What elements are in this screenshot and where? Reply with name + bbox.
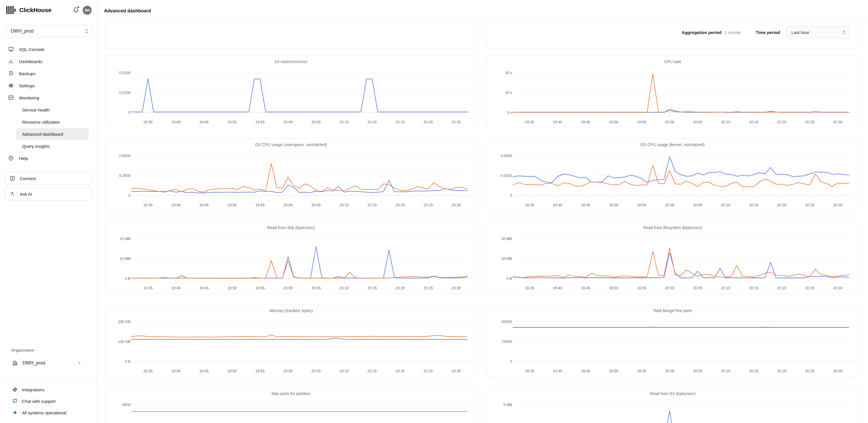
chart-canvas[interactable]: 5000025000019:3519:4019:4519:5019:5520:0… xyxy=(487,304,859,377)
sidebar-item-resource-utilization[interactable]: Resource utilization xyxy=(0,116,97,128)
sidebar-item-monitoring[interactable]: Monitoring xyxy=(0,92,97,104)
sparkles-icon xyxy=(9,191,15,197)
x-axis-tick-label: 19:40 xyxy=(553,286,562,290)
sidebar-item-sql-console[interactable]: SQL Console xyxy=(0,43,97,55)
notifications-bell-icon[interactable] xyxy=(72,7,79,14)
chart-canvas[interactable]: 20 s10 s0 s19:3519:4019:4519:5019:5520:0… xyxy=(487,55,859,128)
x-axis-tick-label: 19:35 xyxy=(525,120,534,124)
sidebar-link-integrations[interactable]: Integrations xyxy=(0,384,97,395)
x-axis-tick-label: 19:40 xyxy=(171,369,181,373)
building-icon xyxy=(12,360,18,366)
monitoring-icon xyxy=(8,95,14,101)
sidebar-links: IntegrationsChat with supportAll systems… xyxy=(0,384,97,418)
chart-canvas[interactable]: 0.05000.0250019:3519:4019:4519:5019:5520… xyxy=(487,138,859,211)
x-axis-tick-label: 20:20 xyxy=(395,203,405,207)
puzzle-icon xyxy=(12,387,18,392)
x-axis-tick-label: 20:00 xyxy=(283,286,293,290)
service-selector[interactable]: DWH_prod xyxy=(5,25,92,37)
chevrons-up-down-icon xyxy=(842,30,846,35)
sidebar-link-chat-with-support[interactable]: Chat with support xyxy=(0,395,97,407)
x-axis-tick-label: 20:00 xyxy=(665,203,674,207)
sidebar-item-help[interactable]: Help xyxy=(0,152,97,164)
x-axis-tick-label: 19:50 xyxy=(609,286,618,290)
chart-card-read-from-disk-bytes-sec: Read from disk (bytes/sec)20 MB10 MB0 B1… xyxy=(105,221,477,294)
series-blue xyxy=(513,157,849,183)
x-axis-tick-label: 20:20 xyxy=(777,286,786,290)
chart-canvas[interactable]: 0.02000.0100019:3519:4019:4519:5019:5520… xyxy=(105,55,477,128)
series-orange xyxy=(131,164,467,192)
x-axis-tick-label: 20:15 xyxy=(367,120,377,124)
x-axis-tick-label: 19:35 xyxy=(143,369,153,373)
y-axis-tick-label: 0 xyxy=(128,110,130,115)
chart-canvas[interactable]: 20 MB10 MB0 B19:3519:4019:4519:5019:5520… xyxy=(105,221,477,294)
x-axis-tick-label: 19:40 xyxy=(171,286,181,290)
x-axis-tick-label: 19:50 xyxy=(609,203,618,207)
button-label: Ask AI xyxy=(20,192,32,197)
sidebar: ClickHouse SH DWH_prod SQL ConsoleDashbo… xyxy=(0,0,97,423)
ask-ai-button[interactable]: Ask AI xyxy=(5,187,92,200)
sidebar-item-advanced-dashboard[interactable]: Advanced dashboard xyxy=(0,128,97,140)
x-axis-tick-label: 20:05 xyxy=(312,120,321,124)
connect-button[interactable]: Connect xyxy=(5,172,92,185)
button-label: Connect xyxy=(20,176,36,181)
sidebar-link-all-systems-operational[interactable]: All systems operational xyxy=(0,407,97,418)
chart-canvas[interactable]: 4000200019:3519:4019:4519:5019:5520:0020… xyxy=(105,387,477,423)
sidebar-item-settings[interactable]: Settings xyxy=(0,79,97,92)
y-axis-tick-label: 10 s xyxy=(505,91,512,95)
organization-section-label: Organization xyxy=(11,348,34,352)
x-axis-tick-label: 20:30 xyxy=(452,120,461,124)
dashboard-content: Aggregation period 1 minute Time period … xyxy=(97,23,868,423)
chart-card-os-cpu-usage-kernel-normalized: OS CPU usage (kernel, normalized)0.05000… xyxy=(487,138,859,211)
time-period-select[interactable]: Last hour xyxy=(786,26,850,38)
sidebar-item-dashboards[interactable]: Dashboards xyxy=(0,55,97,67)
x-axis-tick-label: 20:25 xyxy=(805,286,815,290)
x-axis-tick-label: 20:00 xyxy=(283,120,293,124)
chart-canvas[interactable]: 5 MB2.5 MB19:3519:4019:4519:5019:5520:00… xyxy=(487,387,859,423)
x-axis-tick-label: 19:45 xyxy=(199,286,209,290)
y-axis-tick-label: 0 xyxy=(510,193,512,198)
y-axis-tick-label: 20 s xyxy=(505,71,512,75)
cut-chart-card xyxy=(105,23,477,48)
x-axis-tick-label: 20:05 xyxy=(312,203,321,207)
avatar[interactable]: SH xyxy=(83,6,92,15)
x-axis-tick-label: 20:05 xyxy=(693,369,703,373)
x-axis-tick-label: 20:30 xyxy=(833,286,843,290)
sidebar-item-label: Help xyxy=(19,156,28,161)
sidebar-item-backups[interactable]: Backups xyxy=(0,67,97,79)
brand[interactable]: ClickHouse xyxy=(6,5,51,15)
time-period-label: Time period xyxy=(755,30,780,35)
x-axis-tick-label: 20:15 xyxy=(367,286,377,290)
chart-canvas[interactable]: 0.50000.2500019:3519:4019:4519:5019:5520… xyxy=(105,138,477,211)
y-axis-tick-label: 0 s xyxy=(507,110,513,115)
y-axis-tick-label: 0.0200 xyxy=(119,71,130,75)
sidebar-item-label: Dashboards xyxy=(19,59,42,64)
series-orange xyxy=(131,335,467,337)
x-axis-tick-label: 19:45 xyxy=(199,369,209,373)
x-axis-tick-label: 19:40 xyxy=(553,203,562,207)
x-axis-tick-label: 20:00 xyxy=(283,203,293,207)
y-axis-tick-label: 0.2500 xyxy=(119,173,130,178)
x-axis-tick-label: 20:30 xyxy=(833,369,843,373)
settings-icon xyxy=(8,83,14,89)
chart-card-cpu-wait: CPU wait20 s10 s0 s19:3519:4019:4519:501… xyxy=(487,55,859,128)
organization-switcher[interactable]: DWH_prod xyxy=(5,357,92,369)
dashboard-toolbar: Aggregation period 1 minute Time period … xyxy=(682,26,850,38)
chart-canvas[interactable]: 20 MB10 MB0 B19:3519:4019:4519:5019:5520… xyxy=(487,221,859,294)
sidebar-item-label: Advanced dashboard xyxy=(22,132,63,137)
x-axis-tick-label: 19:45 xyxy=(581,120,590,124)
x-axis-tick-label: 20:30 xyxy=(833,120,843,124)
sidebar-nav: SQL ConsoleDashboardsBackupsSettingsMoni… xyxy=(0,43,97,164)
x-axis-tick-label: 19:50 xyxy=(609,369,618,373)
chart-canvas[interactable]: 200 GB100 GB0 B19:3519:4019:4519:5019:55… xyxy=(105,304,477,377)
x-axis-tick-label: 19:40 xyxy=(171,203,181,207)
chevrons-up-down-icon xyxy=(85,29,89,34)
chart-card-memory-tracked-bytes: Memory (tracked, bytes)200 GB100 GB0 B19… xyxy=(105,304,477,377)
x-axis-tick-label: 20:10 xyxy=(339,203,349,207)
x-axis-tick-label: 19:50 xyxy=(227,120,237,124)
sidebar-item-query-insights[interactable]: Query insights xyxy=(0,140,97,152)
series-blue xyxy=(131,247,467,278)
connect-icon xyxy=(9,175,15,181)
x-axis-tick-label: 20:10 xyxy=(339,120,349,124)
service-selector-value: DWH_prod xyxy=(11,29,33,34)
sidebar-item-service-health[interactable]: Service health xyxy=(0,104,97,116)
